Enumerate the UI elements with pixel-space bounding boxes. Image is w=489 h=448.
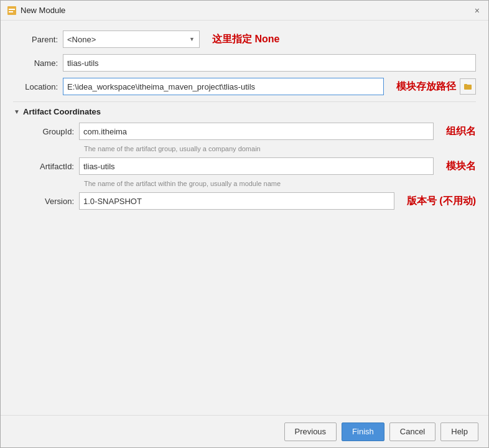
finish-button[interactable]: Finish [342, 422, 384, 441]
groupid-annotation: 组织名 [446, 125, 476, 138]
svg-rect-1 [9, 9, 15, 10]
version-control-wrapper: 版本号 (不用动) [79, 192, 476, 210]
location-annotation: 模块存放路径 [396, 80, 456, 93]
divider [13, 101, 476, 102]
dialog-footer: Previous Finish Cancel Help [1, 415, 488, 447]
groupid-label: GroupId: [23, 127, 79, 136]
parent-annotation: 这里指定 None [212, 33, 279, 46]
artifact-section-content: GroupId: 组织名 The name of the artifact gr… [23, 123, 476, 210]
parent-row: Parent: <None> 这里指定 None [13, 30, 476, 48]
parent-select-wrapper: <None> [63, 30, 200, 48]
close-button[interactable]: × [472, 5, 482, 16]
svg-rect-2 [9, 11, 13, 12]
artifactid-annotation: 模块名 [446, 160, 476, 173]
artifactid-control-wrapper: 模块名 [79, 157, 476, 175]
name-row: Name: [13, 54, 476, 72]
groupid-hint: The name of the artifact group, usually … [84, 145, 476, 152]
parent-control-wrapper: <None> 这里指定 None [63, 30, 476, 48]
version-label: Version: [23, 197, 79, 206]
name-label: Name: [13, 58, 63, 68]
dialog-icon [7, 6, 17, 16]
title-bar: New Module × [1, 1, 488, 21]
previous-button[interactable]: Previous [284, 422, 337, 441]
artifactid-label: ArtifactId: [23, 162, 79, 171]
location-input[interactable] [63, 78, 384, 95]
artifactid-input[interactable] [79, 157, 434, 175]
svg-rect-0 [7, 6, 16, 15]
parent-select[interactable]: <None> [63, 30, 200, 48]
version-annotation: 版本号 (不用动) [407, 195, 476, 208]
parent-label: Parent: [13, 35, 63, 44]
section-toggle[interactable]: ▼ [13, 108, 21, 116]
version-input[interactable] [79, 192, 394, 210]
name-control-wrapper [63, 54, 476, 72]
groupid-control-wrapper: 组织名 [79, 123, 476, 140]
cancel-button[interactable]: Cancel [389, 422, 435, 441]
location-label: Location: [13, 82, 63, 91]
new-module-dialog: New Module × Parent: <None> 这里指定 None Na… [0, 0, 489, 448]
artifact-section-header: ▼ Artifact Coordinates [13, 107, 476, 116]
location-control-wrapper: 模块存放路径 [63, 78, 476, 95]
artifactid-hint: The name of the artifact within the grou… [84, 180, 476, 187]
groupid-row: GroupId: 组织名 [23, 123, 476, 140]
dialog-content: Parent: <None> 这里指定 None Name: Location: [1, 21, 488, 415]
groupid-input[interactable] [79, 123, 434, 140]
artifactid-row: ArtifactId: 模块名 [23, 157, 476, 175]
version-row: Version: 版本号 (不用动) [23, 192, 476, 210]
folder-icon [464, 83, 472, 90]
browse-button[interactable] [460, 78, 476, 95]
location-row: Location: 模块存放路径 [13, 78, 476, 95]
artifact-section-title: Artifact Coordinates [23, 107, 101, 116]
help-button[interactable]: Help [440, 422, 478, 441]
svg-rect-4 [464, 84, 467, 86]
name-input[interactable] [63, 54, 476, 72]
dialog-title: New Module [21, 6, 472, 15]
